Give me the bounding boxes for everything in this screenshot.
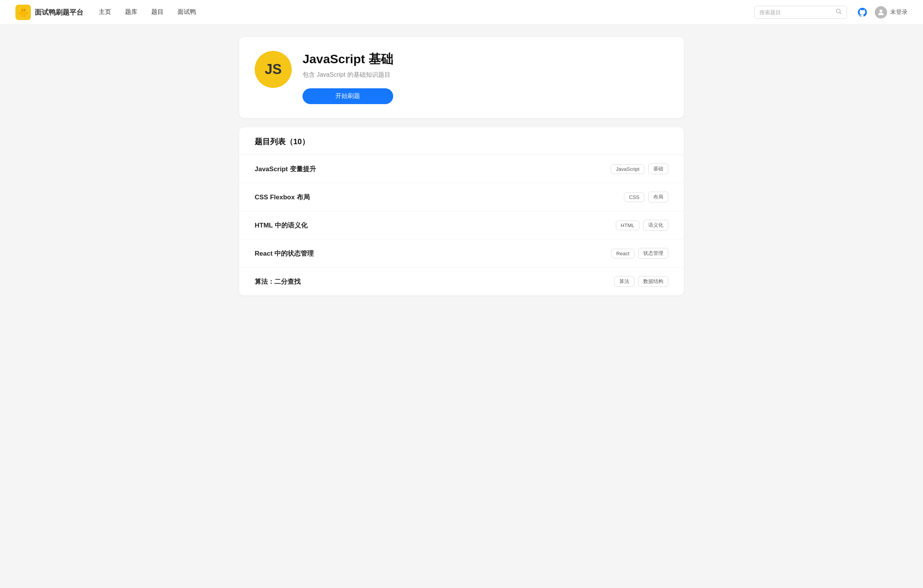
tag[interactable]: 算法: [614, 276, 634, 287]
tag[interactable]: React: [611, 249, 634, 258]
topic-header: JS JavaScript 基础 包含 JavaScript 的基础知识题目 开…: [255, 51, 668, 104]
question-item[interactable]: 算法：二分查找 算法 数据结构: [239, 268, 684, 295]
question-tags: CSS 布局: [624, 192, 668, 202]
logo-icon: 🐥: [15, 5, 31, 20]
header: 🐥 面试鸭刷题平台 主页 题库 题目 面试鸭: [0, 0, 923, 25]
main-nav: 主页 题库 题目 面试鸭: [99, 7, 196, 18]
logo-area[interactable]: 🐥 面试鸭刷题平台: [15, 5, 83, 20]
question-list-card: 题目列表（10） JavaScript 变量提升 JavaScript 基础 C…: [239, 127, 684, 295]
github-icon[interactable]: [856, 6, 869, 19]
header-right: 未登录: [856, 6, 908, 19]
topic-title: JavaScript 基础: [303, 51, 393, 68]
search-area[interactable]: [754, 6, 847, 19]
topic-avatar: JS: [255, 51, 292, 88]
question-name: JavaScript 变量提升: [255, 165, 316, 174]
nav-item-question[interactable]: 题目: [151, 7, 164, 18]
question-name: React 中的状态管理: [255, 249, 314, 258]
tag[interactable]: JavaScript: [611, 164, 644, 174]
question-item[interactable]: HTML 中的语义化 HTML 语义化: [239, 211, 684, 239]
main-content: JS JavaScript 基础 包含 JavaScript 的基础知识题目 开…: [230, 37, 693, 295]
question-item[interactable]: React 中的状态管理 React 状态管理: [239, 239, 684, 268]
question-name: HTML 中的语义化: [255, 221, 308, 230]
user-avatar-icon: [875, 6, 887, 19]
user-area[interactable]: 未登录: [875, 6, 908, 19]
question-tags: HTML 语义化: [616, 220, 668, 231]
question-list-title: 题目列表（10）: [255, 137, 309, 146]
search-input[interactable]: [759, 9, 833, 15]
tag[interactable]: CSS: [624, 192, 644, 202]
tag[interactable]: 状态管理: [638, 248, 668, 259]
tag[interactable]: 数据结构: [638, 276, 668, 287]
svg-line-1: [840, 12, 842, 14]
question-item[interactable]: CSS Flexbox 布局 CSS 布局: [239, 183, 684, 211]
tag[interactable]: HTML: [616, 221, 639, 230]
tag[interactable]: 布局: [648, 192, 668, 202]
tag[interactable]: 基础: [648, 163, 668, 174]
svg-point-2: [879, 9, 882, 12]
topic-description: 包含 JavaScript 的基础知识题目: [303, 71, 393, 79]
question-tags: JavaScript 基础: [611, 163, 668, 174]
user-login-label: 未登录: [890, 8, 908, 16]
question-item[interactable]: JavaScript 变量提升 JavaScript 基础: [239, 155, 684, 183]
question-tags: 算法 数据结构: [614, 276, 668, 287]
question-list-header: 题目列表（10）: [239, 127, 684, 155]
question-tags: React 状态管理: [611, 248, 668, 259]
tag[interactable]: 语义化: [643, 220, 668, 231]
nav-item-home[interactable]: 主页: [99, 7, 111, 18]
question-name: CSS Flexbox 布局: [255, 193, 310, 202]
nav-item-duck[interactable]: 面试鸭: [178, 7, 196, 18]
topic-card: JS JavaScript 基础 包含 JavaScript 的基础知识题目 开…: [239, 37, 684, 118]
question-name: 算法：二分查找: [255, 277, 301, 286]
topic-info: JavaScript 基础 包含 JavaScript 的基础知识题目 开始刷题: [303, 51, 393, 104]
search-icon[interactable]: [836, 8, 842, 16]
nav-item-bank[interactable]: 题库: [125, 7, 137, 18]
start-practice-button[interactable]: 开始刷题: [303, 88, 393, 104]
logo-title: 面试鸭刷题平台: [35, 8, 83, 17]
